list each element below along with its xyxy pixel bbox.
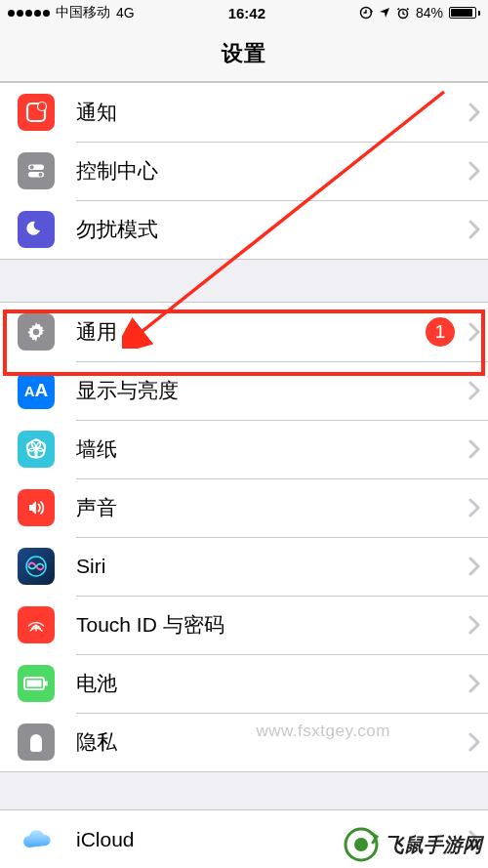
signal-strength-icon <box>8 10 50 17</box>
chevron-right-icon <box>461 439 488 459</box>
chevron-right-icon <box>461 322 488 342</box>
svg-rect-17 <box>27 681 42 687</box>
status-right: 84% <box>359 5 480 21</box>
section-gap <box>0 772 488 809</box>
svg-point-5 <box>30 165 34 169</box>
nav-header: 设置 <box>0 25 488 82</box>
chevron-right-icon <box>461 557 488 576</box>
orientation-lock-icon <box>359 6 373 20</box>
svg-point-8 <box>33 329 39 335</box>
settings-section-2: 通用 1 AA 显示与亮度 墙纸 声音 Siri Touch ID 与密码 电池… <box>0 302 488 772</box>
row-wallpaper[interactable]: 墙纸 <box>0 420 488 478</box>
svg-rect-18 <box>45 682 48 686</box>
notification-badge: 1 <box>426 317 455 347</box>
battery-icon <box>18 665 55 702</box>
row-label: 控制中心 <box>76 157 461 185</box>
chevron-right-icon <box>461 220 488 239</box>
network-label: 4G <box>116 5 135 21</box>
chevron-right-icon <box>461 615 488 635</box>
settings-section-1: 通知 控制中心 勿扰模式 <box>0 82 488 260</box>
row-label: Siri <box>76 555 461 578</box>
chevron-right-icon <box>461 674 488 693</box>
controlcenter-icon <box>18 152 55 189</box>
watermark-text: 飞鼠手游网 <box>385 832 482 858</box>
icloud-icon <box>18 821 55 858</box>
row-display[interactable]: AA 显示与亮度 <box>0 361 488 420</box>
notifications-icon <box>18 94 55 131</box>
chevron-right-icon <box>461 498 488 517</box>
location-icon <box>379 7 390 19</box>
row-general[interactable]: 通用 1 <box>0 303 488 361</box>
svg-point-21 <box>354 838 368 851</box>
chevron-right-icon <box>461 161 488 181</box>
row-label: Touch ID 与密码 <box>76 611 461 639</box>
sounds-icon <box>18 489 55 526</box>
carrier-label: 中国移动 <box>56 4 110 21</box>
row-privacy[interactable]: 隐私 <box>0 713 488 771</box>
touchid-icon <box>18 606 55 643</box>
row-siri[interactable]: Siri <box>0 537 488 596</box>
siri-icon <box>18 548 55 585</box>
general-icon <box>18 313 55 351</box>
row-label: 通知 <box>76 99 461 126</box>
row-label: 声音 <box>76 494 461 521</box>
battery-icon <box>449 7 480 19</box>
row-label: 墙纸 <box>76 435 461 463</box>
row-touchid[interactable]: Touch ID 与密码 <box>0 596 488 654</box>
row-label: 勿扰模式 <box>76 216 461 243</box>
chevron-right-icon <box>461 381 488 400</box>
row-dnd[interactable]: 勿扰模式 <box>0 200 488 259</box>
row-label: 电池 <box>76 670 461 697</box>
page-title: 设置 <box>222 39 266 68</box>
svg-point-3 <box>38 103 47 111</box>
watermark-url: www.fsxtgey.com <box>256 722 390 741</box>
chevron-right-icon <box>461 732 488 752</box>
status-bar: 中国移动 4G 16:42 84% <box>0 0 488 25</box>
row-controlcenter[interactable]: 控制中心 <box>0 142 488 200</box>
row-label: 通用 <box>76 318 426 346</box>
row-label: 显示与亮度 <box>76 377 461 404</box>
watermark-icon <box>344 827 379 862</box>
chevron-right-icon <box>461 103 488 122</box>
clock-label: 16:42 <box>135 5 359 21</box>
svg-point-7 <box>39 173 43 177</box>
display-icon: AA <box>18 372 55 409</box>
battery-percent-label: 84% <box>416 5 443 21</box>
row-battery[interactable]: 电池 <box>0 654 488 713</box>
row-sounds[interactable]: 声音 <box>0 478 488 537</box>
privacy-icon <box>18 723 55 761</box>
alarm-icon <box>396 6 410 20</box>
watermark: 飞鼠手游网 <box>344 827 482 862</box>
row-notifications[interactable]: 通知 <box>0 83 488 142</box>
status-left: 中国移动 4G <box>8 4 135 21</box>
dnd-icon <box>18 211 55 248</box>
section-gap <box>0 260 488 302</box>
wallpaper-icon <box>18 431 55 468</box>
